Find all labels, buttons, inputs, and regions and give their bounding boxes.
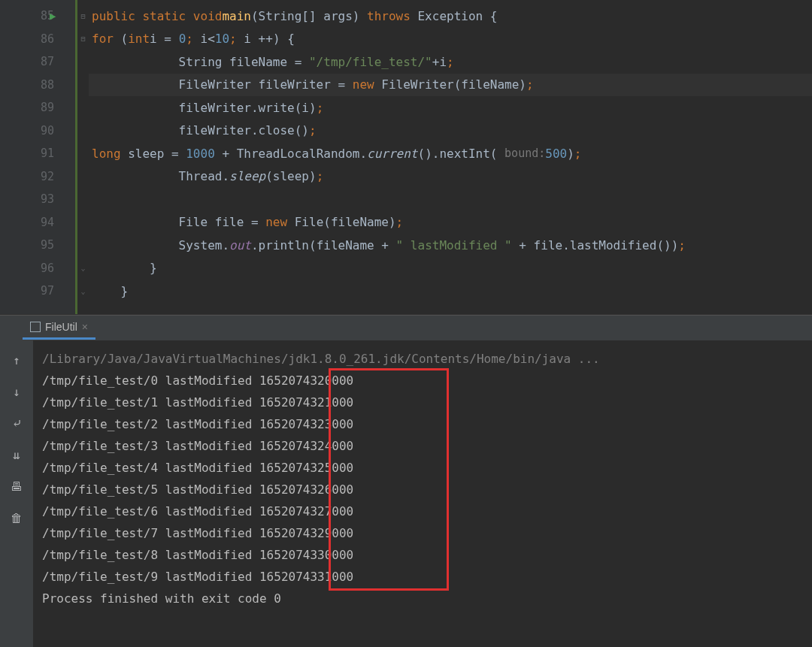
console-output-line: /tmp/file_test/6 lastModified 1652074327… (42, 500, 803, 522)
down-stack-icon[interactable]: ↓ (8, 382, 26, 401)
up-stack-icon[interactable]: ↑ (8, 351, 26, 369)
console-output-line: /tmp/file_test/8 lastModified 1652074330… (42, 544, 803, 566)
fold-marker[interactable] (77, 165, 89, 189)
print-icon[interactable]: 🖶 (8, 477, 26, 495)
trash-icon[interactable]: 🗑 (8, 509, 26, 527)
fold-marker[interactable]: ⌄ (77, 280, 89, 303)
close-icon[interactable]: × (82, 321, 88, 333)
console-toolbar: ↑ ↓ ⤶ ⇊ 🖶 🗑 (0, 340, 33, 647)
code-line[interactable]: } (89, 257, 812, 280)
code-editor[interactable]: 85▶868788899091929394959697 ⊟⊟⌄⌄ public … (0, 0, 812, 314)
fold-marker[interactable] (77, 96, 89, 119)
fold-marker[interactable] (77, 142, 89, 165)
line-number[interactable]: 89 (0, 96, 75, 119)
fold-marker[interactable] (77, 234, 89, 257)
process-exit-line: Process finished with exit code 0 (42, 588, 803, 609)
line-number[interactable]: 86 (0, 28, 75, 51)
console-output-line: /tmp/file_test/7 lastModified 1652074329… (42, 522, 803, 544)
fold-marker[interactable]: ⌄ (77, 257, 89, 280)
code-content[interactable]: public static void main(String[] args) t… (89, 0, 812, 314)
console-output-line: /tmp/file_test/4 lastModified 1652074325… (42, 457, 803, 479)
run-gutter-icon[interactable]: ▶ (50, 10, 56, 22)
line-number[interactable]: 88 (0, 74, 75, 97)
fold-marker[interactable]: ⊟ (77, 5, 89, 28)
line-number[interactable]: 97 (0, 280, 75, 303)
run-tab-fileutil[interactable]: FileUtil × (23, 317, 95, 340)
code-line[interactable]: public static void main(String[] args) t… (89, 5, 812, 28)
code-line[interactable]: System.out.println(fileName + " lastModi… (89, 234, 812, 257)
line-number[interactable]: 93 (0, 188, 75, 211)
fold-marker[interactable] (77, 188, 89, 211)
line-number[interactable]: 90 (0, 119, 75, 143)
code-line[interactable] (89, 188, 812, 211)
fold-gutter: ⊟⊟⌄⌄ (75, 0, 89, 314)
code-line[interactable]: FileWriter fileWriter = new FileWriter(f… (89, 74, 812, 97)
soft-wrap-icon[interactable]: ⤶ (8, 414, 26, 432)
line-number[interactable]: 96 (0, 257, 75, 280)
run-tab-label: FileUtil (45, 321, 77, 333)
console-output-line: /tmp/file_test/0 lastModified 1652074320… (42, 370, 803, 392)
line-number[interactable]: 95 (0, 234, 75, 257)
line-number[interactable]: 91 (0, 142, 75, 165)
line-number[interactable]: 85▶ (0, 5, 75, 28)
code-line[interactable]: Thread.sleep(sleep); (89, 165, 812, 189)
code-line[interactable]: long sleep = 1000 + ThreadLocalRandom.cu… (89, 142, 812, 165)
console-output-line: /tmp/file_test/3 lastModified 1652074324… (42, 435, 803, 457)
fold-marker[interactable]: ⊟ (77, 28, 89, 51)
run-tabs-bar: FileUtil × (0, 315, 812, 340)
code-line[interactable]: for (int i = 0; i<10; i ++) { (89, 28, 812, 51)
code-line[interactable]: File file = new File(fileName); (89, 211, 812, 234)
line-number[interactable]: 87 (0, 50, 75, 74)
console-output-line: /tmp/file_test/1 lastModified 1652074321… (42, 392, 803, 413)
fold-marker[interactable] (77, 74, 89, 97)
scroll-to-end-icon[interactable]: ⇊ (8, 446, 26, 464)
console-output[interactable]: /Library/Java/JavaVirtualMachines/jdk1.8… (33, 340, 812, 647)
console-output-line: /tmp/file_test/2 lastModified 1652074323… (42, 413, 803, 435)
console-output-line: /tmp/file_test/9 lastModified 1652074331… (42, 566, 803, 588)
line-number[interactable]: 92 (0, 165, 75, 189)
line-number[interactable]: 94 (0, 211, 75, 234)
fold-marker[interactable] (77, 119, 89, 143)
code-line[interactable]: fileWriter.write(i); (89, 96, 812, 119)
run-config-icon (30, 322, 41, 332)
code-line[interactable]: fileWriter.close(); (89, 119, 812, 143)
fold-marker[interactable] (77, 211, 89, 234)
console-output-line: /tmp/file_test/5 lastModified 1652074326… (42, 479, 803, 500)
code-line[interactable]: String fileName = "/tmp/file_test/"+i; (89, 50, 812, 74)
fold-marker[interactable] (77, 50, 89, 74)
line-number-gutter: 85▶868788899091929394959697 (0, 0, 75, 314)
run-tool-window: FileUtil × ↑ ↓ ⤶ ⇊ 🖶 🗑 /Library/Java/Jav… (0, 314, 812, 647)
code-line[interactable]: } (89, 280, 812, 303)
java-command-line: /Library/Java/JavaVirtualMachines/jdk1.8… (42, 348, 803, 370)
